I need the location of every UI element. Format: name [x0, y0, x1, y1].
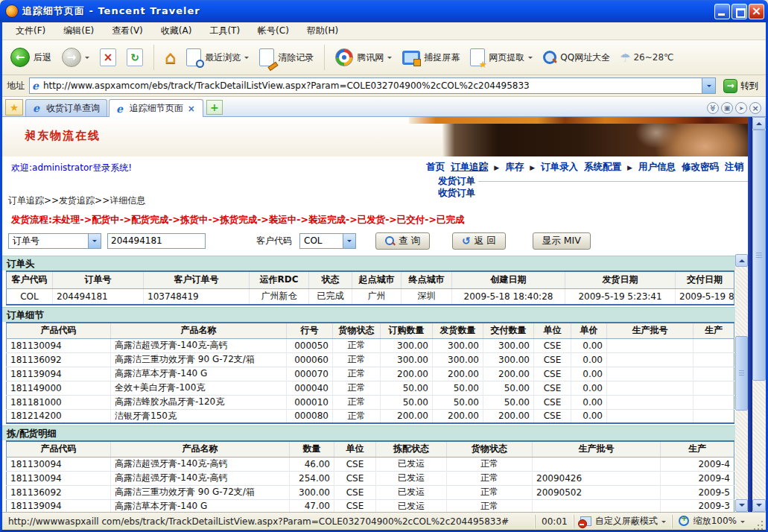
- cell: 高露洁草本牙膏-140 G: [111, 499, 290, 512]
- forward-dropdown-icon[interactable]: [85, 57, 89, 61]
- resize-grip[interactable]: [754, 519, 764, 530]
- customer-code-label: 客户代码: [256, 235, 292, 247]
- section-order-detail: 订单细节: [2, 307, 735, 322]
- select-dropdown-button[interactable]: [343, 234, 355, 248]
- nav-system-config[interactable]: 系统配置: [584, 161, 621, 174]
- cell: [694, 367, 734, 381]
- arrow-up-icon: [756, 119, 762, 125]
- cell: COL: [7, 288, 53, 305]
- restore-button[interactable]: [731, 4, 747, 19]
- cell: CSE: [534, 409, 571, 423]
- tab-restore-button[interactable]: [721, 102, 733, 114]
- browser-scrollbar[interactable]: [752, 117, 766, 512]
- col-header: 起点城市: [352, 271, 402, 288]
- scrollbar-thumb[interactable]: [752, 130, 766, 381]
- star-icon: [479, 59, 488, 70]
- scroll-up-button[interactable]: [752, 117, 766, 130]
- menu-tools[interactable]: 工具(T): [200, 22, 249, 39]
- cell: 000070: [287, 367, 333, 381]
- zoom-control[interactable]: 缩放100%: [672, 515, 751, 528]
- address-input[interactable]: [42, 79, 702, 92]
- menu-account[interactable]: 帐号(C): [249, 22, 298, 39]
- block-mode-control[interactable]: 自定义屏蔽模式: [574, 515, 672, 528]
- cell: 深圳: [402, 288, 452, 305]
- address-label: 地址: [7, 80, 25, 92]
- nav-user-info[interactable]: 用户信息: [638, 161, 676, 174]
- forward-button[interactable]: [58, 45, 93, 69]
- page-scrollbar[interactable]: [735, 254, 748, 512]
- col-header: 生产: [661, 441, 734, 457]
- menu-help[interactable]: 帮助(H): [298, 22, 347, 39]
- nav-inventory[interactable]: 库存: [505, 161, 524, 174]
- col-header: 数量: [290, 441, 334, 457]
- clear-history-button[interactable]: 清除记录: [256, 46, 317, 69]
- qq-sites-label: QQ网址大全: [560, 51, 610, 64]
- return-button[interactable]: 返 回: [452, 232, 506, 250]
- tab-track-detail[interactable]: 追踪细节页面: [109, 99, 203, 117]
- col-header: 生产批号: [607, 323, 694, 338]
- scroll-up-button[interactable]: [735, 254, 748, 267]
- nav-change-password[interactable]: 修改密码: [682, 161, 719, 174]
- submenu-divider: [478, 181, 748, 182]
- cell: 50.00: [433, 395, 483, 409]
- favorites-star-button[interactable]: [5, 99, 23, 115]
- cell: CSE: [534, 338, 571, 352]
- recent-dropdown-icon[interactable]: [244, 57, 249, 61]
- tencent-dropdown-icon[interactable]: [387, 57, 392, 61]
- search-button[interactable]: 查 询: [375, 232, 430, 250]
- select-dropdown-button[interactable]: [88, 234, 101, 248]
- tab-receive-order-query[interactable]: 收货订单查询: [25, 99, 107, 116]
- capture-screen-button[interactable]: 捕捉屏幕: [399, 48, 463, 67]
- customer-code-value: COL: [300, 235, 343, 246]
- tencent-label: 腾讯网: [357, 51, 384, 64]
- tab-list-button[interactable]: [707, 102, 719, 114]
- menu-favorites[interactable]: 收藏(A): [152, 22, 201, 39]
- address-dropdown-button[interactable]: [702, 78, 715, 93]
- nav-order-tracking[interactable]: 订单追踪: [451, 161, 488, 174]
- extract-dropdown-icon[interactable]: [528, 57, 533, 61]
- web-extract-button[interactable]: 网页提取: [466, 46, 536, 69]
- new-tab-button[interactable]: [206, 100, 223, 115]
- menu-file[interactable]: 文件(F): [7, 22, 54, 39]
- order-field-select[interactable]: 订单号: [8, 233, 101, 249]
- close-button[interactable]: [749, 4, 764, 19]
- nav-logout[interactable]: 注销: [725, 161, 743, 174]
- recent-history-button[interactable]: 最近浏览: [183, 46, 253, 69]
- scrollbar-thumb[interactable]: [735, 336, 748, 411]
- nav-receive-order[interactable]: 收货订单: [438, 187, 475, 200]
- tab-close-icon[interactable]: [187, 104, 196, 114]
- tab-pin-button[interactable]: [735, 102, 747, 114]
- order-number-input[interactable]: [107, 233, 206, 249]
- go-button[interactable]: 转到: [720, 78, 761, 94]
- cell: 0.00: [571, 352, 607, 367]
- minimize-button[interactable]: [714, 4, 730, 19]
- table-row: 181149000全效+美白牙膏-100克000040正常50.0050.005…: [7, 381, 734, 395]
- cell: [694, 352, 734, 367]
- scroll-grip-icon: [739, 370, 744, 376]
- cell: 47.00: [290, 499, 334, 512]
- home-button[interactable]: [161, 45, 180, 70]
- tab-close-all-button[interactable]: [749, 102, 761, 114]
- show-miv-button[interactable]: 显示 MIV: [533, 232, 591, 250]
- nav-home[interactable]: 首页: [426, 161, 445, 174]
- cell: [533, 499, 661, 512]
- menu-edit[interactable]: 编辑(E): [54, 22, 103, 39]
- scroll-down-button[interactable]: [752, 499, 766, 512]
- tencent-button[interactable]: 腾讯网: [331, 46, 396, 69]
- status-bar: http://wwwwaspxaill com/ebs/track/TrackD…: [2, 512, 766, 530]
- cell: 正常: [333, 381, 381, 395]
- nav-ship-order[interactable]: 发货订单: [438, 175, 475, 188]
- qq-sites-button[interactable]: QQ网址大全: [539, 48, 614, 66]
- refresh-button[interactable]: [123, 46, 147, 69]
- cell: 50.00: [483, 381, 534, 395]
- cell: 已完成: [309, 288, 352, 305]
- stop-button[interactable]: [96, 46, 120, 69]
- menu-view[interactable]: 查看(V): [103, 22, 152, 39]
- weather-widget[interactable]: 26~28℃: [617, 51, 676, 65]
- scroll-down-button[interactable]: [735, 499, 748, 512]
- nav-order-entry[interactable]: 订单录入: [541, 161, 578, 174]
- search-icon: [385, 236, 395, 246]
- chevron-down-icon: [740, 521, 745, 525]
- back-button[interactable]: 后退: [7, 45, 55, 69]
- customer-code-select[interactable]: COL: [299, 233, 356, 249]
